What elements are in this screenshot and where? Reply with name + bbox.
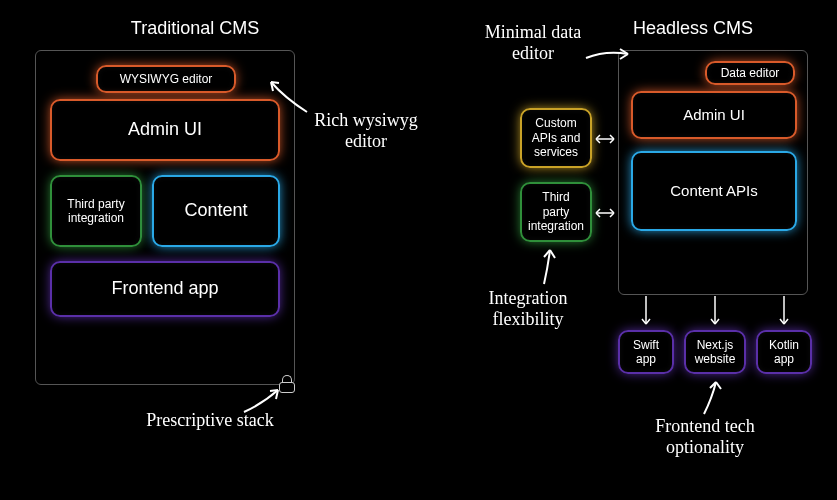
arrow-prescriptive xyxy=(240,388,290,418)
arrow-minimal xyxy=(584,44,634,68)
note-frontend-tech: Frontend tech optionality xyxy=(620,416,790,457)
block-kotlin: Kotlin app xyxy=(756,330,812,374)
title-traditional: Traditional CMS xyxy=(115,18,275,39)
block-admin-ui-left: Admin UI xyxy=(50,99,280,161)
note-minimal-editor: Minimal data editor xyxy=(468,22,598,63)
arrow-down-2 xyxy=(709,296,721,328)
block-wysiwyg: WYSIWYG editor xyxy=(96,65,236,93)
block-nextjs: Next.js website xyxy=(684,330,746,374)
block-admin-ui-right: Admin UI xyxy=(631,91,797,139)
block-custom-apis: Custom APIs and services xyxy=(520,108,592,168)
block-frontend-app: Frontend app xyxy=(50,261,280,317)
arrow-down-1 xyxy=(640,296,652,328)
note-integration: Integration flexibility xyxy=(468,288,588,329)
traditional-container: WYSIWYG editor Admin UI Third party inte… xyxy=(35,50,295,385)
arrow-rich-editor xyxy=(265,76,315,116)
block-content-left: Content xyxy=(152,175,280,247)
arrow-bidir-1 xyxy=(594,132,616,146)
block-swift: Swift app xyxy=(618,330,674,374)
headless-container: Data editor Admin UI Content APIs xyxy=(618,50,808,295)
block-data-editor: Data editor xyxy=(705,61,795,85)
arrow-frontend-tech xyxy=(700,380,724,416)
arrow-integration xyxy=(534,248,558,286)
block-third-party-left: Third party integration xyxy=(50,175,142,247)
arrow-down-3 xyxy=(778,296,790,328)
title-headless: Headless CMS xyxy=(618,18,768,39)
arrow-bidir-2 xyxy=(594,206,616,220)
note-rich-editor: Rich wysiwyg editor xyxy=(306,110,426,151)
block-content-apis: Content APIs xyxy=(631,151,797,231)
block-third-party-right: Third party integration xyxy=(520,182,592,242)
